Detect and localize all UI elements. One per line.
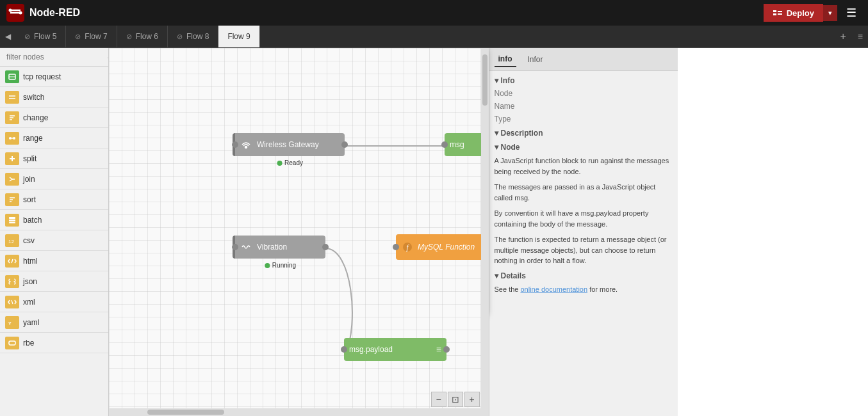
tab-label-flow5: Flow 5 [34, 32, 56, 41]
tab-flow5[interactable]: ⊘ Flow 5 [15, 26, 66, 47]
right-info-panel: info Infor ▾ Info Node Name [489, 48, 678, 416]
filter-bar: ◀ [0, 48, 108, 67]
node-item-rbe[interactable]: rbe [0, 333, 108, 353]
node-label-rbe: rbe [23, 339, 34, 348]
tab-label-flow7: Flow 7 [85, 32, 107, 41]
zoom-reset-button[interactable]: ⊡ [448, 392, 463, 407]
canvas-vscroll-thumb[interactable] [482, 54, 487, 106]
node-item-yaml[interactable]: Y yaml [0, 312, 108, 333]
info-section-description: ▾ Description [495, 129, 673, 138]
panel-tab-info-label: info [498, 54, 512, 63]
node-item-csv[interactable]: 12 csv [0, 230, 108, 251]
node-icon-sort [5, 193, 19, 206]
filter-nodes-input[interactable] [6, 52, 102, 61]
node-icon-html [5, 255, 19, 268]
node-label-change: change [23, 113, 48, 122]
canvas-node-wireless-gateway[interactable]: Wireless Gateway Ready [233, 133, 345, 156]
node-label-split: split [23, 154, 37, 163]
nodes-list: tcp request switch change [0, 67, 108, 416]
tab-disabled-icon-flow6: ⊘ [126, 33, 132, 41]
port-right-msgpayload [443, 346, 450, 353]
node-icon-rbe [5, 337, 19, 349]
svg-point-3 [9, 9, 12, 12]
online-documentation-link[interactable]: online documentation [520, 285, 587, 293]
node-label-csv: csv [23, 236, 35, 245]
desc-collapse-icon: ▾ [495, 129, 498, 138]
node-label-batch: batch [23, 216, 42, 225]
node-item-batch[interactable]: batch [0, 210, 108, 230]
canvas-hscroll[interactable] [109, 408, 481, 416]
node-item-json[interactable]: json [0, 271, 108, 292]
node-item-xml[interactable]: xml [0, 292, 108, 312]
node-status-wireless: Ready [277, 159, 303, 166]
for-more-text: for more. [589, 285, 618, 293]
tab-menu-button[interactable]: ≡ [853, 26, 868, 47]
node-label-xml: xml [23, 298, 35, 307]
node-item-switch[interactable]: switch [0, 87, 108, 108]
node-icon-yaml: Y [5, 316, 19, 329]
svg-rect-29 [9, 341, 15, 345]
node-item-html[interactable]: html [0, 251, 108, 271]
deploy-button[interactable]: Deploy [764, 4, 823, 22]
app-name: Node-RED [29, 7, 80, 19]
tab-flow8[interactable]: ⊘ Flow 8 [168, 26, 218, 47]
node-label-msgpayload: msg.payload [349, 345, 393, 354]
panel-tab-info[interactable]: info [495, 52, 516, 67]
node-label-join: join [23, 175, 35, 184]
node-label-json: json [23, 277, 37, 286]
canvas-hscroll-thumb[interactable] [147, 410, 224, 415]
node-item-tcp-request[interactable]: tcp request [0, 67, 108, 87]
info-section-info-label: Info [501, 76, 515, 85]
node-item-range[interactable]: range [0, 128, 108, 148]
svg-rect-6 [773, 13, 776, 15]
port-left-wireless [232, 141, 238, 148]
deploy-dropdown-button[interactable]: ▾ [823, 5, 837, 21]
panel-content: ▾ Info Node Name Type ▾ Descriptio [489, 71, 678, 416]
canvas-node-mysql[interactable]: f MySQL Function [396, 234, 489, 260]
node-label-sort: sort [23, 195, 36, 204]
zoom-in-button[interactable]: + [464, 392, 480, 407]
node-icon-switch [5, 91, 19, 104]
wireless-wave-icon [240, 139, 252, 150]
node-item-split[interactable]: split [0, 148, 108, 169]
panel-tab-infor[interactable]: Infor [524, 52, 547, 67]
svg-rect-23 [9, 217, 15, 219]
convention-text: By convention it will have a msg.payload… [495, 208, 673, 229]
node-label-switch: switch [23, 93, 44, 102]
node-menu-icon-msgpayload: ≡ [436, 344, 441, 355]
canvas-node-msgpayload[interactable]: msg.payload ≡ [344, 338, 446, 361]
status-text-wireless: Ready [284, 159, 303, 166]
canvas-area[interactable]: Wireless Gateway Ready msg ≡ Vibration [109, 48, 489, 416]
svg-rect-24 [9, 220, 15, 221]
node-icon-range [5, 132, 19, 145]
tab-flow9[interactable]: Flow 9 [218, 26, 259, 47]
info-section-desc-label: Description [501, 129, 543, 138]
main-menu-button[interactable]: ☰ [841, 3, 862, 22]
node-item-join[interactable]: join [0, 169, 108, 189]
canvas-vscroll[interactable] [481, 48, 489, 416]
tab-collapse-button[interactable]: ◀ [0, 26, 15, 47]
vibration-icon [240, 241, 252, 253]
panel-tab-infor-label: Infor [528, 55, 543, 64]
node-label-tcp-request: tcp request [23, 72, 61, 81]
deploy-label: Deploy [787, 8, 814, 18]
info-row-type: Type [495, 115, 673, 124]
info-row-node: Node [495, 89, 673, 98]
canvas-node-vibration[interactable]: Vibration Running [233, 236, 325, 259]
node-item-change[interactable]: change [0, 108, 108, 128]
port-left-vibration [232, 244, 238, 250]
function-icon: f [402, 242, 413, 252]
right-panel-wrapper: ◀ View Import ◀ Export Search flows Conf… [489, 48, 869, 416]
node-icon-change [5, 111, 19, 124]
zoom-out-button[interactable]: − [431, 392, 446, 407]
info-label-node: Node [495, 89, 525, 98]
node-item-sort[interactable]: sort [0, 189, 108, 210]
add-tab-button[interactable]: + [833, 26, 852, 47]
node-label-yaml: yaml [23, 318, 39, 327]
tab-label-flow6: Flow 6 [136, 32, 158, 41]
info-label-name: Name [495, 102, 525, 111]
tab-flow6[interactable]: ⊘ Flow 6 [117, 26, 168, 47]
tab-flow7[interactable]: ⊘ Flow 7 [66, 26, 117, 47]
svg-rect-25 [9, 222, 15, 223]
info-section-details-label: Details [501, 271, 526, 280]
